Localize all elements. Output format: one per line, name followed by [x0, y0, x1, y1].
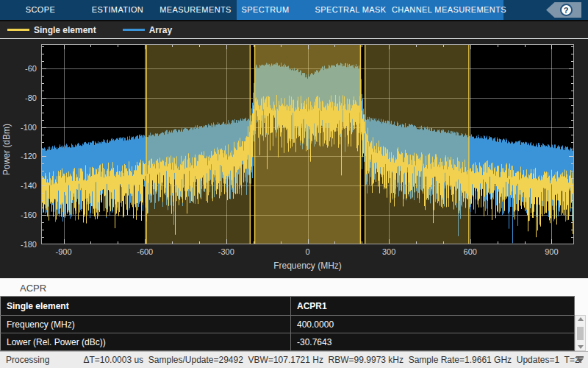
- legend-line-swatch: [123, 29, 145, 31]
- acpr-row-frequency-label: Frequency (MHz): [1, 316, 291, 333]
- help-icon: ?: [560, 4, 573, 16]
- x-tick-label: -900: [56, 247, 72, 256]
- legend-bar: Single elementArray: [0, 21, 588, 38]
- y-tick-label: -140: [4, 181, 37, 190]
- acpr-header-acpr1: ACPR1: [291, 297, 575, 316]
- x-tick-label: 600: [464, 247, 477, 256]
- status-bar: Processing ΔT=10.0003 us Samples/Update=…: [0, 351, 588, 368]
- tab-spectrum[interactable]: SPECTRUM: [242, 0, 290, 20]
- y-tick-label: -120: [4, 152, 37, 160]
- legend-item-array[interactable]: Array: [123, 25, 172, 35]
- status-state: Processing: [6, 355, 49, 365]
- y-tick-label: -100: [4, 123, 37, 132]
- y-tick-label: -80: [4, 93, 37, 102]
- y-tick-label: -60: [4, 64, 37, 73]
- legend-label: Array: [149, 25, 172, 35]
- tab-estimation[interactable]: ESTIMATION: [92, 0, 143, 20]
- acpr-row-lower-label: Lower (Rel. Power (dBc)): [1, 333, 291, 351]
- scroll-down-icon[interactable]: [578, 345, 584, 349]
- help-button[interactable]: ?: [546, 2, 581, 18]
- legend-item-single-element[interactable]: Single element: [7, 25, 96, 35]
- x-tick-label: 0: [305, 247, 309, 256]
- acpr-panel: ACPR Single element ACPR1 Frequency (MHz…: [0, 278, 588, 351]
- acpr-title: ACPR: [20, 283, 46, 294]
- acpr-scrollbar[interactable]: [575, 315, 586, 351]
- acpr-table: Single element ACPR1 Frequency (MHz) 400…: [0, 296, 575, 351]
- scrollbar-thumb[interactable]: [577, 327, 584, 340]
- legend-line-swatch: [7, 29, 29, 31]
- tab-measurements[interactable]: MEASUREMENTS: [159, 0, 232, 20]
- tab-spectral-mask[interactable]: SPECTRAL MASK: [315, 0, 386, 20]
- table-row[interactable]: Frequency (MHz) 400.0000: [1, 316, 575, 333]
- collapse-panel-icon[interactable]: [576, 356, 584, 363]
- spectrum-chart-area: Power (dBm) Frequency (MHz) -900-600-300…: [0, 39, 588, 278]
- acpr-header-series: Single element: [1, 297, 291, 316]
- table-row[interactable]: Lower (Rel. Power (dBc)) -30.7643: [1, 333, 575, 351]
- acpr-row-frequency-value: 400.0000: [291, 316, 575, 333]
- x-tick-label: 900: [545, 247, 558, 256]
- scroll-up-icon[interactable]: [578, 317, 584, 321]
- spectrum-plot[interactable]: [41, 44, 574, 244]
- legend-label: Single element: [34, 25, 96, 35]
- x-tick-label: -600: [137, 247, 153, 256]
- status-metrics: ΔT=10.0003 us Samples/Update=29492 VBW=1…: [83, 355, 582, 365]
- x-tick-label: 300: [382, 247, 395, 256]
- x-axis-label: Frequency (MHz): [41, 261, 574, 271]
- acpr-row-lower-value: -30.7643: [291, 333, 575, 351]
- toolstrip: SCOPEESTIMATIONMEASUREMENTSSPECTRUMSPECT…: [0, 0, 588, 20]
- x-tick-label: -300: [218, 247, 234, 256]
- y-tick-label: -180: [4, 240, 37, 249]
- spectrum-analyzer-window: SCOPEESTIMATIONMEASUREMENTSSPECTRUMSPECT…: [0, 0, 588, 368]
- y-tick-label: -160: [4, 210, 37, 219]
- tab-channel-measurements[interactable]: CHANNEL MEASUREMENTS: [392, 0, 506, 20]
- tab-scope[interactable]: SCOPE: [26, 0, 56, 20]
- acpr-header-row: Single element ACPR1: [1, 297, 575, 316]
